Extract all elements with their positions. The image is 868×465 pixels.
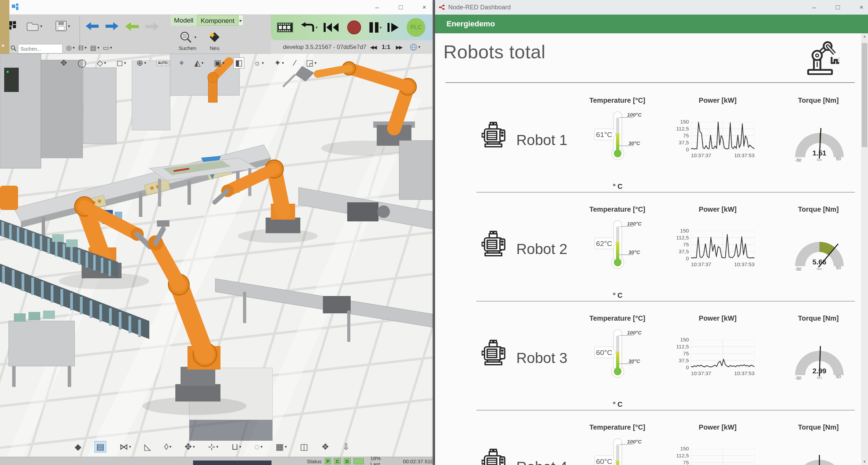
debug-icon[interactable]: ✦▾: [273, 58, 285, 68]
extrude-icon-caret[interactable]: ▾: [239, 445, 241, 449]
maximize-button[interactable]: □: [396, 3, 406, 11]
wedge-icon[interactable]: ◺: [144, 442, 151, 452]
speed-ratio[interactable]: 1:1: [382, 44, 391, 51]
tree-icon[interactable]: ⊟▾: [78, 44, 86, 52]
redo-button[interactable]: [105, 22, 118, 31]
selection-mode-icon[interactable]: ◻▾: [115, 58, 127, 68]
power-x-start: 10:37:37: [691, 261, 711, 267]
scroll-up-arrow[interactable]: ▲: [861, 33, 868, 40]
globe-view-icon-caret[interactable]: ▾: [144, 61, 146, 65]
thermo-unit: ° C: [600, 183, 635, 191]
save-button[interactable]: ▾: [55, 20, 70, 32]
robot-row: Robot 4 Temperature [°C] Power [kW] Torq…: [435, 410, 868, 465]
tab-modell[interactable]: Modell: [170, 15, 197, 26]
prism-icon-caret[interactable]: ▾: [169, 445, 172, 449]
dashboard-scrollbar[interactable]: ▲ ▼: [861, 33, 868, 465]
step-forward-button[interactable]: [387, 22, 400, 33]
animation-record-icon[interactable]: [277, 22, 293, 33]
lighting-icon[interactable]: ☼▾: [252, 58, 265, 68]
section-line-icon[interactable]: ∕: [293, 58, 297, 68]
suchen-tool-caret[interactable]: ▾: [194, 35, 197, 40]
suchen-tool-button[interactable]: ▾ Suchen: [176, 30, 199, 51]
scroll-down-arrow[interactable]: ▼: [861, 459, 868, 465]
detail-panel-icon-caret[interactable]: ▾: [110, 45, 112, 50]
torque-column-title: Torque [Nm]: [780, 314, 857, 322]
dash-close-button[interactable]: ×: [857, 3, 866, 11]
orbit-view-icon[interactable]: ◯: [76, 58, 88, 68]
network-globe-button[interactable]: ▾: [410, 43, 420, 51]
open-folder-button[interactable]: ▾: [26, 21, 42, 31]
texture-icon[interactable]: ▦▾: [276, 442, 287, 452]
list-panel-icon-caret[interactable]: ▾: [98, 45, 100, 50]
dash-maximize-button[interactable]: □: [833, 3, 843, 11]
align-icon[interactable]: ⊹▾: [208, 442, 218, 452]
tab-scroll-button[interactable]: ▶: [238, 15, 243, 26]
pause-caret[interactable]: ▾: [380, 25, 382, 30]
close-button[interactable]: ×: [419, 3, 429, 11]
settings-list-icon[interactable]: ❖: [322, 442, 329, 452]
shaded-view-icon[interactable]: ◭▾: [193, 58, 205, 68]
reset-caret[interactable]: ▾: [316, 25, 318, 30]
curve-icon-caret[interactable]: ▾: [129, 445, 131, 449]
forward-arrow-button[interactable]: [145, 22, 159, 31]
tag-icon-caret[interactable]: ▾: [73, 45, 75, 50]
curve-icon[interactable]: ⋈▾: [119, 442, 131, 452]
extrude-icon[interactable]: ⊔▾: [231, 442, 241, 452]
thermo-unit: ° C: [600, 400, 635, 408]
robot-arm-edge[interactable]: [0, 186, 18, 210]
collapsed-panel-strip[interactable]: »: [0, 0, 9, 54]
chart-add-icon[interactable]: ◫: [300, 442, 308, 452]
expand-panel-chevron[interactable]: »: [1, 42, 5, 49]
export-icon[interactable]: ⇩: [342, 442, 350, 452]
skip-to-start-button[interactable]: [323, 22, 339, 33]
slower-button[interactable]: ◀◀: [370, 44, 376, 50]
undo-button[interactable]: [86, 22, 99, 31]
origin-frame-icon[interactable]: ⌖: [178, 58, 185, 68]
auto-lock-icon[interactable]: AUTO: [155, 59, 170, 67]
debug-icon-caret[interactable]: ▾: [282, 61, 284, 65]
lasso-icon-caret[interactable]: ▾: [260, 445, 262, 449]
snap-icon[interactable]: ◆: [75, 442, 81, 452]
list-panel-icon[interactable]: ▤▾: [90, 44, 99, 52]
lasso-icon[interactable]: ◌▾: [254, 442, 262, 452]
prism-icon[interactable]: ◊▾: [164, 442, 172, 452]
pan-view-icon[interactable]: ✥: [59, 58, 68, 68]
shadow-corner-icon[interactable]: ◲▾: [304, 58, 318, 68]
open-folder-caret[interactable]: ▾: [40, 24, 42, 28]
move-tool-icon[interactable]: ✥▾: [185, 442, 195, 452]
tag-icon[interactable]: ◎▾: [66, 44, 75, 52]
texture-icon-caret[interactable]: ▾: [285, 445, 287, 449]
tab-komponent[interactable]: Komponent: [197, 15, 238, 26]
scroll-thumb[interactable]: [862, 43, 867, 147]
view-cube-icon-caret[interactable]: ▾: [104, 61, 106, 65]
back-arrow-button[interactable]: [125, 22, 139, 31]
shield-selected-icon[interactable]: ◧: [233, 57, 244, 69]
align-icon-caret[interactable]: ▾: [216, 445, 218, 449]
globe-view-icon[interactable]: ⊕▾: [135, 58, 148, 68]
factory-scene[interactable]: [0, 54, 433, 457]
lighting-icon-caret[interactable]: ▾: [262, 61, 264, 65]
minimize-button[interactable]: –: [372, 3, 382, 11]
faster-button[interactable]: ▶▶: [396, 44, 402, 50]
plc-button[interactable]: PLC: [407, 18, 425, 37]
measure-icon-caret[interactable]: ▾: [223, 61, 225, 65]
search-input[interactable]: [18, 44, 62, 53]
record-button[interactable]: [347, 20, 361, 35]
pause-button[interactable]: ▾: [369, 22, 382, 33]
neu-tool-button[interactable]: Neu: [203, 30, 226, 51]
selection-mode-icon-caret[interactable]: ▾: [124, 61, 126, 65]
shadow-corner-icon-caret[interactable]: ▾: [315, 61, 317, 65]
save-caret[interactable]: ▾: [68, 24, 70, 28]
network-globe-caret[interactable]: ▾: [418, 45, 420, 49]
power-x-start: 10:37:37: [691, 370, 711, 376]
measure-icon[interactable]: ▣▾: [212, 58, 226, 68]
move-tool-icon-caret[interactable]: ▾: [193, 445, 195, 449]
shaded-view-icon-caret[interactable]: ▾: [202, 61, 204, 65]
detail-panel-icon[interactable]: ▭▾: [103, 44, 112, 52]
component-list-icon[interactable]: ▤: [94, 441, 106, 453]
dash-minimize-button[interactable]: –: [809, 3, 819, 11]
3d-viewport[interactable]: ✥◯◇▾◻▾⊕▾AUTO⌖◭▾▣▾◧☼▾✦▾∕◲▾ ◆▤⋈▾◺◊▾✥▾⊹▾⊔▾◌…: [0, 54, 433, 457]
tree-icon-caret[interactable]: ▾: [85, 45, 87, 50]
reset-return-button[interactable]: ▾: [301, 22, 318, 33]
view-cube-icon[interactable]: ◇▾: [95, 58, 107, 68]
